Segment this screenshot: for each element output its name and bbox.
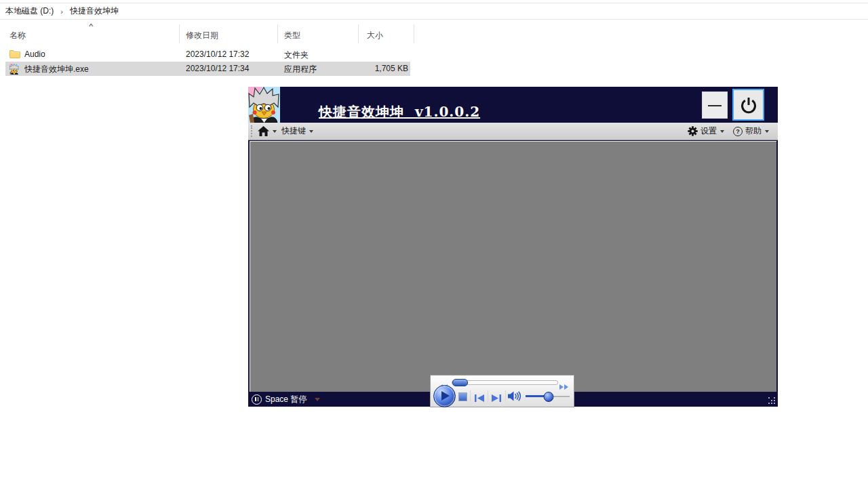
file-type: 文件夹 — [284, 49, 309, 61]
speaker-icon — [508, 391, 521, 401]
fast-forward-icon — [559, 384, 568, 390]
column-header-size[interactable]: 大小 — [367, 30, 383, 41]
previous-icon — [474, 394, 484, 402]
media-player-panel — [430, 375, 574, 407]
power-button[interactable] — [732, 89, 764, 121]
chevron-down-icon — [720, 130, 724, 133]
file-row-exe[interactable]: 快捷音效坤坤.exe 2023/10/12 17:34 应用程序 1,705 K… — [5, 62, 410, 76]
column-divider[interactable] — [414, 24, 414, 43]
file-name: 快捷音效坤坤.exe — [24, 64, 89, 75]
toolbar-right-group: 设置 ? 帮助 — [687, 125, 778, 137]
home-button[interactable] — [257, 126, 281, 136]
next-icon — [492, 394, 502, 402]
file-size: 1,705 KB — [375, 64, 408, 73]
minimize-button[interactable] — [702, 92, 728, 119]
file-name: Audio — [24, 49, 45, 59]
app-logo-avatar — [248, 87, 280, 123]
chevron-down-icon[interactable] — [273, 130, 277, 133]
volume-thumb[interactable] — [543, 392, 553, 402]
divider — [488, 390, 488, 402]
folder-icon — [9, 49, 20, 60]
sort-ascending-icon: ^ — [89, 22, 93, 29]
column-divider[interactable] — [179, 24, 180, 43]
hotkey-hint: Space 暂停 — [265, 394, 307, 405]
next-button[interactable] — [492, 392, 502, 405]
fast-forward-button[interactable] — [559, 380, 568, 392]
file-date: 2023/10/12 17:32 — [186, 49, 249, 59]
file-list-header: ^ 名称 修改日期 类型 大小 — [0, 24, 868, 43]
column-divider[interactable] — [358, 24, 359, 43]
column-header-name[interactable]: 名称 — [9, 30, 26, 41]
gear-icon — [688, 126, 698, 136]
file-type: 应用程序 — [284, 64, 317, 75]
play-button[interactable] — [433, 385, 456, 407]
toolbar-grip[interactable] — [251, 125, 254, 137]
help-icon: ? — [733, 127, 743, 136]
file-date: 2023/10/12 17:34 — [186, 64, 249, 73]
kunkun-app-icon — [9, 64, 19, 77]
breadcrumb-item-drive[interactable]: 本地磁盘 (D:) — [4, 5, 55, 17]
settings-label: 设置 — [701, 125, 717, 137]
chevron-down-icon — [765, 130, 769, 133]
hotkeys-dropdown[interactable]: 快捷键 — [281, 125, 317, 137]
main-canvas — [250, 141, 776, 392]
window-title: 快捷音效坤坤 v1.0.0.2 — [319, 103, 480, 121]
app-window: 快捷音效坤坤 v1.0.0.2 快捷键 — [248, 87, 778, 407]
file-row-audio[interactable]: Audio 2023/10/12 17:32 文件夹 — [5, 47, 410, 62]
previous-button[interactable] — [474, 392, 484, 405]
volume-slider[interactable] — [526, 396, 570, 397]
divider — [505, 390, 506, 402]
divider — [470, 390, 471, 402]
seek-thumb[interactable] — [452, 379, 468, 386]
help-dropdown[interactable]: ? 帮助 — [728, 125, 773, 137]
titlebar[interactable]: 快捷音效坤坤 v1.0.0.2 — [248, 87, 778, 123]
volume-button[interactable] — [508, 391, 521, 404]
chevron-down-icon[interactable] — [315, 398, 320, 401]
column-header-date[interactable]: 修改日期 — [186, 30, 218, 41]
help-label: 帮助 — [745, 125, 762, 137]
power-icon — [741, 96, 757, 114]
settings-dropdown[interactable]: 设置 — [687, 125, 728, 137]
breadcrumb-item-folder[interactable]: 快捷音效坤坤 — [68, 5, 120, 17]
column-header-type[interactable]: 类型 — [284, 30, 300, 41]
chevron-right-icon: › — [60, 7, 63, 16]
seek-slider[interactable] — [452, 380, 558, 385]
resize-grip[interactable] — [768, 397, 775, 404]
toolbar: 快捷键 设置 ? 帮助 — [248, 123, 778, 140]
stop-button[interactable] — [458, 392, 467, 401]
chevron-down-icon — [309, 130, 313, 133]
breadcrumb: 本地磁盘 (D:) › 快捷音效坤坤 — [0, 3, 868, 20]
home-icon — [258, 126, 269, 136]
hotkeys-label: 快捷键 — [281, 125, 306, 137]
pause-icon — [252, 394, 262, 405]
column-divider[interactable] — [277, 24, 278, 43]
